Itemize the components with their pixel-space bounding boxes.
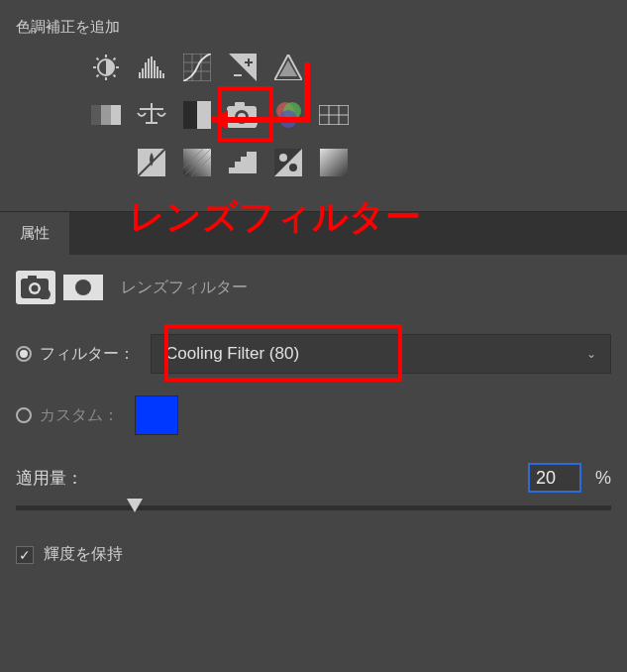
tab-properties[interactable]: 属性 xyxy=(0,212,69,255)
svg-rect-14 xyxy=(154,60,156,78)
preserve-luminosity-row: 輝度を保持 xyxy=(16,544,611,565)
svg-rect-62 xyxy=(28,276,37,280)
svg-rect-13 xyxy=(151,56,153,78)
hue-saturation-icon[interactable] xyxy=(135,146,168,179)
svg-rect-15 xyxy=(157,66,158,78)
svg-point-64 xyxy=(32,285,39,292)
density-slider[interactable] xyxy=(16,499,611,518)
exposure-icon[interactable] xyxy=(226,51,260,84)
levels-icon[interactable] xyxy=(135,51,168,84)
properties-panel: レンズフィルター フィルター： Cooling Filter (80) ⌄ カス… xyxy=(0,255,627,581)
invert-icon[interactable] xyxy=(271,146,305,179)
photo-filter-icon[interactable] xyxy=(226,98,260,132)
svg-line-8 xyxy=(114,58,116,60)
svg-rect-10 xyxy=(142,68,144,78)
channel-mixer-icon[interactable] xyxy=(271,98,305,132)
svg-line-7 xyxy=(97,75,99,77)
filter-label: フィルター： xyxy=(40,344,135,365)
filter-mode-radio[interactable] xyxy=(16,346,32,362)
preserve-luminosity-checkbox[interactable] xyxy=(16,546,34,564)
density-label: 適用量： xyxy=(16,467,83,490)
adjustments-row-1 xyxy=(89,51,627,84)
svg-point-38 xyxy=(238,113,246,121)
photo-filter-panel-icon[interactable] xyxy=(16,271,55,304)
svg-rect-9 xyxy=(139,72,141,78)
threshold-icon[interactable] xyxy=(180,98,214,132)
filter-dropdown-value: Cooling Filter (80) xyxy=(165,344,299,364)
svg-rect-29 xyxy=(101,105,111,125)
vibrance-icon[interactable] xyxy=(271,51,305,84)
black-white-icon[interactable] xyxy=(89,98,123,132)
color-balance-icon[interactable] xyxy=(135,98,168,132)
svg-rect-11 xyxy=(145,62,147,78)
adjustments-grid: レンズフィルター xyxy=(0,51,627,211)
svg-rect-36 xyxy=(235,102,245,107)
svg-line-5 xyxy=(97,58,99,60)
filter-dropdown[interactable]: Cooling Filter (80) ⌄ xyxy=(151,334,611,374)
svg-rect-53 xyxy=(229,168,235,173)
svg-point-59 xyxy=(289,164,297,171)
properties-tab-bar: 属性 xyxy=(0,211,627,255)
svg-point-42 xyxy=(279,110,297,128)
preserve-luminosity-label: 輝度を保持 xyxy=(44,544,123,565)
svg-line-6 xyxy=(114,75,116,77)
tab-bar-space xyxy=(69,212,627,255)
chevron-down-icon: ⌄ xyxy=(586,347,596,361)
layer-mask-icon[interactable] xyxy=(63,275,103,300)
svg-point-58 xyxy=(279,154,287,162)
color-lookup-icon[interactable] xyxy=(317,98,351,132)
slider-track xyxy=(16,505,611,510)
svg-rect-56 xyxy=(247,152,257,173)
svg-rect-60 xyxy=(320,149,348,176)
curves-icon[interactable] xyxy=(180,51,214,84)
brightness-contrast-icon[interactable] xyxy=(89,51,123,84)
density-input[interactable] xyxy=(528,463,581,493)
custom-label: カスタム： xyxy=(40,405,119,426)
density-unit: % xyxy=(595,468,611,489)
svg-point-66 xyxy=(75,280,91,295)
custom-color-swatch[interactable] xyxy=(135,395,178,435)
selective-color-icon[interactable] xyxy=(317,146,351,179)
filter-preset-row: フィルター： Cooling Filter (80) ⌄ xyxy=(16,334,611,374)
properties-title: レンズフィルター xyxy=(121,278,248,298)
custom-color-row: カスタム： xyxy=(16,395,611,435)
svg-rect-12 xyxy=(148,58,150,78)
svg-rect-16 xyxy=(159,70,161,78)
svg-rect-55 xyxy=(241,157,247,173)
properties-header: レンズフィルター xyxy=(16,271,611,304)
svg-rect-34 xyxy=(183,101,197,129)
density-row: 適用量： % xyxy=(16,463,611,493)
custom-mode-radio[interactable] xyxy=(16,407,32,423)
svg-rect-17 xyxy=(162,73,164,78)
adjustments-row-3 xyxy=(135,146,627,179)
gradient-map-icon[interactable] xyxy=(180,146,214,179)
slider-thumb[interactable] xyxy=(127,499,143,512)
adjustments-row-2 xyxy=(89,98,627,132)
posterize-icon[interactable] xyxy=(226,146,260,179)
svg-rect-28 xyxy=(91,105,101,125)
svg-rect-54 xyxy=(235,162,241,173)
adjustments-header: 色調補正を追加 xyxy=(0,0,627,51)
